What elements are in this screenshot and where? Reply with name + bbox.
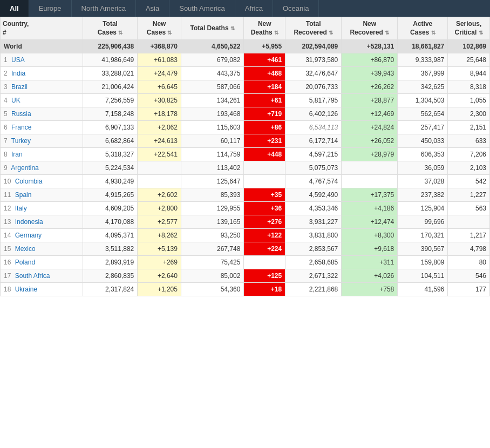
tab-north-america[interactable]: North America [72,0,136,17]
header-total-deaths[interactable]: Total Deaths ⇅ [181,17,243,40]
total-recovered-cell: 31,973,580 [285,53,342,67]
table-row: 15 Mexico3,511,882+5,139267,748+2242,853… [1,242,490,256]
country-cell: 14 Germany [1,229,83,242]
country-link[interactable]: Ukraine [15,286,37,293]
row-index: 1 [4,56,8,64]
header-serious[interactable]: Serious,Critical ⇅ [448,17,490,40]
total-recovered-cell: 6,172,714 [285,134,342,148]
total-deaths-cell: 85,393 [181,188,243,202]
country-link[interactable]: Argentina [11,164,38,172]
tabs-container: AllEuropeNorth AmericaAsiaSouth AmericaA… [0,0,490,17]
new-cases-cell [138,175,181,188]
active-cases-cell: 562,654 [398,107,448,121]
country-link[interactable]: Turkey [11,137,31,145]
country-link[interactable]: UK [11,97,21,104]
active-cases-cell: 37,028 [398,175,448,188]
header-new-recovered[interactable]: NewRecovered ⇅ [342,17,398,40]
country-link[interactable]: USA [11,56,25,64]
world-num-cell: 18,661,827 [398,40,448,53]
header-active-cases[interactable]: ActiveCases ⇅ [398,17,448,40]
total-cases-cell: 4,915,265 [83,188,138,202]
country-cell: 5 Russia [1,107,83,121]
header-new-deaths[interactable]: NewDeaths ⇅ [244,17,285,40]
serious-cell: 546 [448,269,490,283]
new-deaths-cell [244,256,285,269]
serious-cell: 2,151 [448,121,490,134]
table-row: 4 UK7,256,559+30,825134,261+615,817,795+… [1,94,490,107]
new-deaths-cell: +35 [244,188,285,202]
active-cases-cell: 104,511 [398,269,448,283]
new-recovered-cell: +26,262 [342,80,398,94]
country-cell: 9 Argentina [1,161,83,175]
country-link[interactable]: Germany [15,232,42,239]
serious-cell: 25,648 [448,53,490,67]
header-new-cases[interactable]: NewCases ⇅ [138,17,181,40]
total-cases-cell: 4,170,088 [83,215,138,229]
total-recovered-cell: 4,353,346 [285,202,342,215]
total-recovered-cell: 32,476,647 [285,67,342,80]
header-total-recovered[interactable]: TotalRecovered ⇅ [285,17,342,40]
data-table-wrap: Country,#TotalCases ⇅NewCases ⇅Total Dea… [0,17,490,296]
country-link[interactable]: Russia [11,110,31,118]
table-row: 13 Indonesia4,170,088+2,577139,165+2763,… [1,215,490,229]
new-cases-cell: +61,083 [138,53,181,67]
world-country-cell: World [1,40,83,53]
total-cases-cell: 7,158,248 [83,107,138,121]
new-recovered-cell: +9,618 [342,242,398,256]
active-cases-cell: 159,809 [398,256,448,269]
new-cases-cell: +2,640 [138,269,181,283]
country-cell: 1 USA [1,53,83,67]
country-link[interactable]: Iran [11,151,23,158]
country-link[interactable]: Colombia [15,178,43,185]
total-cases-cell: 4,609,205 [83,202,138,215]
country-link[interactable]: Indonesia [15,218,43,226]
active-cases-cell: 367,999 [398,67,448,80]
total-recovered-cell: 2,658,685 [285,256,342,269]
active-cases-cell: 257,417 [398,121,448,134]
serious-cell: 4,798 [448,242,490,256]
total-cases-cell: 4,095,371 [83,229,138,242]
new-recovered-cell: +28,979 [342,148,398,161]
sort-icon: ⇅ [230,25,235,31]
world-num-cell: 102,869 [448,40,490,53]
new-recovered-cell: +311 [342,256,398,269]
new-deaths-cell: +719 [244,107,285,121]
world-num-cell: +528,131 [342,40,398,53]
header-total-cases[interactable]: TotalCases ⇅ [83,17,138,40]
country-link[interactable]: India [11,70,25,77]
country-link[interactable]: France [11,124,31,131]
new-recovered-cell: +39,943 [342,67,398,80]
tab-all[interactable]: All [0,0,29,17]
country-link[interactable]: South Africa [15,272,50,280]
new-recovered-cell: +86,870 [342,53,398,67]
country-link[interactable]: Brazil [11,83,28,91]
total-deaths-cell: 134,261 [181,94,243,107]
country-cell: 6 France [1,121,83,134]
world-num-cell: 202,594,089 [285,40,342,53]
new-cases-cell: +30,825 [138,94,181,107]
sort-icon: ⇅ [431,30,435,36]
sort-icon: ⇅ [329,30,333,36]
total-deaths-cell: 85,002 [181,269,243,283]
country-link[interactable]: Poland [15,259,35,266]
total-deaths-cell: 114,759 [181,148,243,161]
country-link[interactable]: Spain [15,191,32,199]
tab-south-america[interactable]: South America [169,0,235,17]
total-deaths-cell: 60,117 [181,134,243,148]
row-index: 15 [4,245,11,253]
tab-asia[interactable]: Asia [136,0,169,17]
tab-europe[interactable]: Europe [29,0,72,17]
country-cell: 3 Brazil [1,80,83,94]
new-cases-cell: +8,262 [138,229,181,242]
sort-icon: ⇅ [479,30,483,36]
serious-cell: 1,055 [448,94,490,107]
new-deaths-cell: +61 [244,94,285,107]
row-index: 3 [4,83,8,91]
new-recovered-cell: +8,300 [342,229,398,242]
row-index: 18 [4,286,11,293]
country-link[interactable]: Italy [15,205,27,212]
country-link[interactable]: Mexico [15,245,36,253]
tab-africa[interactable]: Africa [235,0,273,17]
tab-oceania[interactable]: Oceania [273,0,319,17]
new-deaths-cell: +461 [244,53,285,67]
